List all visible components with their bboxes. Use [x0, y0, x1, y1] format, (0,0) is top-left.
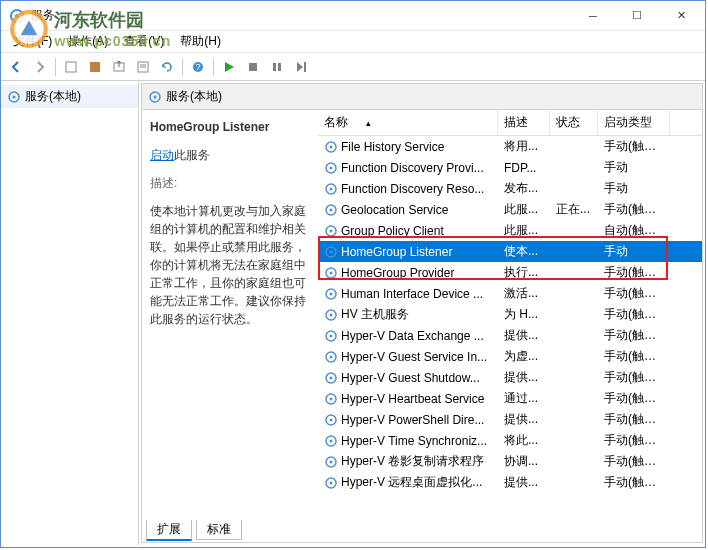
svg-point-19	[154, 95, 157, 98]
gear-icon	[324, 392, 338, 406]
close-button[interactable]: ✕	[659, 2, 703, 30]
gear-icon	[324, 161, 338, 175]
menu-action[interactable]: 操作(A)	[60, 31, 116, 52]
start-service-button[interactable]	[218, 56, 240, 78]
svg-point-23	[330, 166, 333, 169]
export-button[interactable]	[108, 56, 130, 78]
svg-point-43	[330, 376, 333, 379]
toolbar: ?	[1, 53, 705, 81]
svg-rect-12	[249, 63, 257, 71]
tabs-strip: 扩展 标准	[142, 520, 702, 542]
service-row[interactable]: Hyper-V PowerShell Dire...提供...手动(触发...	[318, 409, 702, 430]
toolbar-btn-1[interactable]	[60, 56, 82, 78]
start-link[interactable]: 启动	[150, 148, 174, 162]
svg-point-25	[330, 187, 333, 190]
service-row[interactable]: Hyper-V Heartbeat Service通过...手动(触发...	[318, 388, 702, 409]
service-row[interactable]: Human Interface Device ...激活...手动(触发...	[318, 283, 702, 304]
menu-help[interactable]: 帮助(H)	[172, 31, 229, 52]
gear-icon	[324, 434, 338, 448]
svg-point-45	[330, 397, 333, 400]
gear-icon	[324, 140, 338, 154]
detail-pane: HomeGroup Listener 启动此服务 描述: 使本地计算机更改与加入…	[142, 110, 318, 520]
maximize-button[interactable]: ☐	[615, 2, 659, 30]
menubar: 文件(F) 操作(A) 查看(V) 帮助(H)	[1, 31, 705, 53]
svg-point-49	[330, 439, 333, 442]
svg-rect-4	[66, 62, 76, 72]
content-header: 服务(本地)	[142, 84, 702, 110]
svg-rect-15	[304, 62, 306, 72]
svg-point-35	[330, 292, 333, 295]
services-icon	[9, 8, 25, 24]
tab-extended[interactable]: 扩展	[146, 520, 192, 541]
service-row[interactable]: Hyper-V Guest Service In...为虚...手动(触发...	[318, 346, 702, 367]
col-desc[interactable]: 描述	[498, 110, 550, 135]
service-row[interactable]: Hyper-V Guest Shutdow...提供...手动(触发...	[318, 367, 702, 388]
service-row[interactable]: Geolocation Service此服...正在...手动(触发...	[318, 199, 702, 220]
gear-icon	[324, 308, 338, 322]
service-row[interactable]: HV 主机服务为 H...手动(触发...	[318, 304, 702, 325]
svg-point-27	[330, 208, 333, 211]
tab-standard[interactable]: 标准	[196, 520, 242, 540]
gear-icon	[324, 371, 338, 385]
desc-label: 描述:	[150, 174, 310, 192]
svg-point-17	[13, 95, 16, 98]
back-button[interactable]	[5, 56, 27, 78]
svg-point-33	[330, 271, 333, 274]
gear-icon	[324, 182, 338, 196]
gear-icon	[7, 90, 21, 104]
selected-service-name: HomeGroup Listener	[150, 120, 310, 134]
svg-point-21	[330, 145, 333, 148]
gear-icon	[324, 245, 338, 259]
service-row[interactable]: HomeGroup Listener使本...手动	[318, 241, 702, 262]
svg-rect-5	[90, 62, 100, 72]
col-status[interactable]: 状态	[550, 110, 598, 135]
help-button[interactable]: ?	[187, 56, 209, 78]
tree-pane: 服务(本地)	[1, 81, 139, 545]
stop-service-button[interactable]	[242, 56, 264, 78]
pause-service-button[interactable]	[266, 56, 288, 78]
service-row[interactable]: File History Service将用...手动(触发...	[318, 136, 702, 157]
restart-service-button[interactable]	[290, 56, 312, 78]
svg-text:?: ?	[195, 62, 200, 72]
service-row[interactable]: Hyper-V Data Exchange ...提供...手动(触发...	[318, 325, 702, 346]
service-row[interactable]: Hyper-V 卷影复制请求程序协调...手动(触发...	[318, 451, 702, 472]
gear-icon	[324, 266, 338, 280]
gear-icon	[324, 287, 338, 301]
tree-item-services-local[interactable]: 服务(本地)	[1, 85, 138, 108]
svg-point-3	[15, 14, 19, 18]
service-row[interactable]: Function Discovery Provi...FDP...手动	[318, 157, 702, 178]
svg-point-51	[330, 460, 333, 463]
svg-point-37	[330, 313, 333, 316]
gear-icon	[324, 329, 338, 343]
sort-asc-icon: ▴	[366, 118, 371, 128]
content-pane: 服务(本地) HomeGroup Listener 启动此服务 描述: 使本地计…	[141, 83, 703, 543]
titlebar: 服务 ─ ☐ ✕	[1, 1, 705, 31]
services-list[interactable]: 名称▴ 描述 状态 启动类型 File History Service将用...…	[318, 110, 702, 520]
properties-button[interactable]	[132, 56, 154, 78]
gear-icon	[324, 476, 338, 490]
service-description: 使本地计算机更改与加入家庭组的计算机的配置和维护相关联。如果停止或禁用此服务，你…	[150, 202, 310, 328]
col-name[interactable]: 名称▴	[318, 110, 498, 135]
window-title: 服务	[31, 7, 571, 24]
list-header: 名称▴ 描述 状态 启动类型	[318, 110, 702, 136]
svg-point-41	[330, 355, 333, 358]
gear-icon	[324, 350, 338, 364]
service-row[interactable]: Function Discovery Reso...发布...手动	[318, 178, 702, 199]
toolbar-btn-2[interactable]	[84, 56, 106, 78]
gear-icon	[324, 413, 338, 427]
svg-point-39	[330, 334, 333, 337]
refresh-button[interactable]	[156, 56, 178, 78]
service-row[interactable]: Hyper-V 远程桌面虚拟化...提供...手动(触发...	[318, 472, 702, 493]
forward-button[interactable]	[29, 56, 51, 78]
menu-view[interactable]: 查看(V)	[116, 31, 172, 52]
svg-point-53	[330, 481, 333, 484]
service-row[interactable]: HomeGroup Provider执行...手动(触发...	[318, 262, 702, 283]
services-window: 服务 ─ ☐ ✕ 文件(F) 操作(A) 查看(V) 帮助(H) ?	[0, 0, 706, 548]
svg-point-31	[330, 250, 333, 253]
service-row[interactable]: Group Policy Client此服...自动(触发...	[318, 220, 702, 241]
service-row[interactable]: Hyper-V Time Synchroniz...将此...手动(触发...	[318, 430, 702, 451]
col-startup[interactable]: 启动类型	[598, 110, 670, 135]
menu-file[interactable]: 文件(F)	[5, 31, 60, 52]
minimize-button[interactable]: ─	[571, 2, 615, 30]
gear-icon	[324, 203, 338, 217]
